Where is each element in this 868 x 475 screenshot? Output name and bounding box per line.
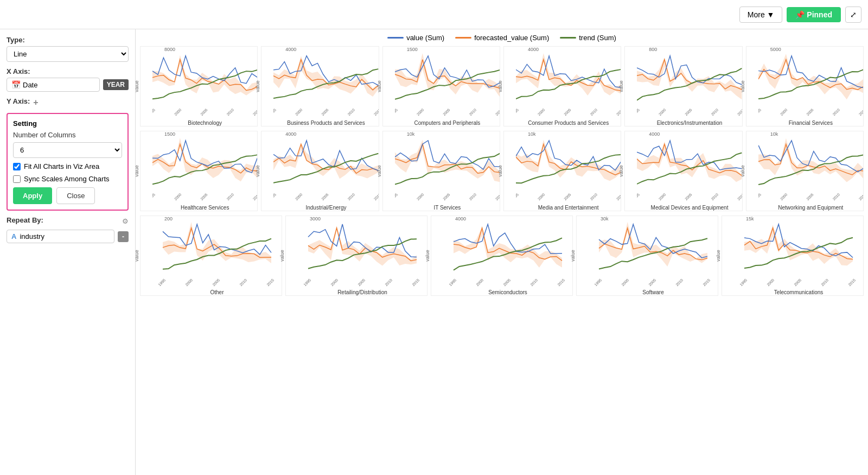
chart-title: Retailing/Distribution xyxy=(336,289,388,295)
chart-grid-row3: value200 19952000200520102015 Othervalue… xyxy=(140,216,864,296)
y-axis-label: value xyxy=(136,165,139,177)
svg-text:2005: 2005 xyxy=(321,107,329,116)
chart-svg: 19952000200520102015 xyxy=(395,137,500,204)
pinned-button[interactable]: 📌 Pinned xyxy=(787,7,841,22)
svg-text:2015: 2015 xyxy=(252,192,258,201)
svg-text:2015: 2015 xyxy=(737,107,742,116)
svg-marker-96 xyxy=(744,225,853,265)
svg-text:2000: 2000 xyxy=(779,192,788,201)
svg-text:2005: 2005 xyxy=(357,278,366,287)
y-axis-row: Y Axis: + xyxy=(7,97,129,107)
chart-cell: value30k 19952000200520102015 Software xyxy=(576,216,718,296)
svg-text:2010: 2010 xyxy=(711,192,719,201)
svg-text:1995: 1995 xyxy=(448,278,457,287)
sync-scales-checkbox[interactable] xyxy=(13,175,21,183)
svg-marker-48 xyxy=(395,140,500,182)
legend-label-trend: trend (Sum) xyxy=(579,34,616,42)
columns-select[interactable]: 6 4 3 2 1 xyxy=(13,142,122,158)
svg-text:2015: 2015 xyxy=(616,192,621,201)
svg-text:2015: 2015 xyxy=(557,278,565,287)
svg-text:1995: 1995 xyxy=(273,192,277,201)
btn-row: Apply Close xyxy=(13,187,122,204)
repeat-by-gear-icon[interactable]: ⚙ xyxy=(122,217,129,225)
chart-grid-row1: value8000 19952000200520102015 Biotechno… xyxy=(140,46,864,126)
chart-title: Networking and Equipment xyxy=(777,205,844,211)
y-axis-label: Y Axis: xyxy=(7,97,30,105)
chart-svg: 19952000200520102015 xyxy=(298,221,427,288)
expand-button[interactable]: ⤢ xyxy=(845,7,861,23)
svg-text:2000: 2000 xyxy=(621,278,629,287)
close-button[interactable]: Close xyxy=(56,187,95,204)
chart-cell: value3000 19952000200520102015 Retailing… xyxy=(285,216,427,296)
type-section: Type: Line xyxy=(7,36,129,62)
top-bar: More ▼ 📌 Pinned ⤢ xyxy=(0,0,868,29)
y-max-label: 4000 xyxy=(516,47,539,52)
svg-text:2010: 2010 xyxy=(226,192,234,201)
year-badge: YEAR xyxy=(103,79,129,90)
chart-cell: value1500 19952000200520102015 Computers… xyxy=(382,46,500,126)
chart-svg: 19952000200520102015 xyxy=(734,221,863,288)
chart-cell: value4000 19952000200520102015 Business … xyxy=(261,46,379,126)
chart-svg: 19952000200520102015 xyxy=(516,52,621,119)
remove-industry-button[interactable]: - xyxy=(118,231,129,242)
a-icon: A xyxy=(11,232,16,240)
svg-text:2010: 2010 xyxy=(384,278,393,287)
repeat-by-label: Repeat By: xyxy=(7,216,43,224)
svg-text:2000: 2000 xyxy=(184,278,193,287)
svg-text:2010: 2010 xyxy=(589,107,598,116)
svg-text:2000: 2000 xyxy=(295,107,303,116)
industry-label: industry xyxy=(20,232,44,240)
add-y-axis-icon[interactable]: + xyxy=(33,98,38,107)
svg-text:2005: 2005 xyxy=(321,192,329,201)
y-max-label: 1500 xyxy=(395,47,418,52)
svg-text:1995: 1995 xyxy=(303,278,311,287)
svg-text:2010: 2010 xyxy=(239,278,247,287)
type-select[interactable]: Line xyxy=(7,46,129,62)
y-max-label: 8000 xyxy=(152,47,175,52)
y-axis-label: value xyxy=(255,80,260,92)
date-pill[interactable]: 📅 Date xyxy=(7,78,100,92)
svg-text:2000: 2000 xyxy=(416,192,424,201)
svg-text:1995: 1995 xyxy=(152,107,156,116)
svg-text:2000: 2000 xyxy=(475,278,484,287)
svg-marker-54 xyxy=(516,140,621,181)
y-axis-label: value xyxy=(425,250,430,262)
svg-text:2010: 2010 xyxy=(589,192,598,201)
y-axis-label: value xyxy=(497,80,503,92)
y-max-label: 800 xyxy=(637,47,657,52)
legend-row: value (Sum) forecasted_value (Sum) trend… xyxy=(140,34,864,42)
y-max-label: 4000 xyxy=(273,47,296,52)
svg-text:2000: 2000 xyxy=(658,107,667,116)
y-axis-label: value xyxy=(136,80,139,92)
chart-title: Healthcare Services xyxy=(180,205,230,211)
svg-text:2005: 2005 xyxy=(806,192,814,201)
fit-charts-checkbox[interactable] xyxy=(13,163,21,170)
y-axis-label: value xyxy=(739,165,745,177)
apply-button[interactable]: Apply xyxy=(13,187,52,204)
y-axis-label: value xyxy=(376,80,381,92)
fit-charts-label: Fit All Charts in Viz Area xyxy=(24,162,99,170)
svg-text:2005: 2005 xyxy=(793,278,802,287)
svg-text:2005: 2005 xyxy=(200,107,208,116)
legend-line-value xyxy=(387,37,404,39)
chart-title: Medical Devices and Equipment xyxy=(650,205,730,211)
more-button[interactable]: More ▼ xyxy=(739,7,783,23)
svg-text:1995: 1995 xyxy=(516,107,519,116)
svg-text:2010: 2010 xyxy=(832,107,840,116)
svg-text:1995: 1995 xyxy=(758,192,762,201)
type-label: Type: xyxy=(7,36,129,44)
chart-svg: 19952000200520102015 xyxy=(758,137,863,204)
svg-text:2000: 2000 xyxy=(174,192,182,201)
y-axis-label: value xyxy=(618,165,624,177)
svg-marker-36 xyxy=(152,138,257,181)
chart-cell: value8000 19952000200520102015 Biotechno… xyxy=(140,46,258,126)
industry-row: A industry - xyxy=(7,230,129,243)
svg-text:1995: 1995 xyxy=(152,192,156,201)
left-panel: Type: Line X Axis: 📅 Date YEAR Y Axis: + xyxy=(0,29,136,475)
chart-title: Semiconductors xyxy=(487,289,528,295)
svg-text:2005: 2005 xyxy=(563,192,572,201)
svg-text:2015: 2015 xyxy=(616,107,621,116)
chart-title: Business Products and Services xyxy=(286,120,366,126)
y-max-label: 200 xyxy=(152,216,173,221)
svg-text:2005: 2005 xyxy=(648,278,656,287)
